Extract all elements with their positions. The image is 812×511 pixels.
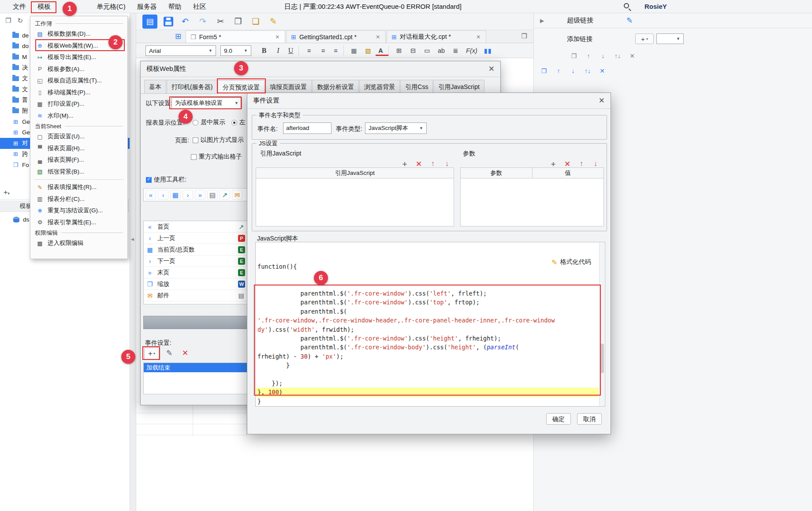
hyperlink-type-select[interactable]: ▼ <box>656 33 684 44</box>
template-icon[interactable]: ▤ <box>142 15 157 29</box>
event-type-select[interactable]: JavaScript脚本▼ <box>365 122 427 134</box>
toolbar-list-item[interactable]: «首页↗ <box>144 221 247 233</box>
bold-button[interactable]: B <box>257 45 271 56</box>
hyperlink-sort-button[interactable]: ↑↓ <box>612 51 623 61</box>
tab-1[interactable]: 基本 <box>144 80 166 93</box>
close-icon[interactable]: ✕ <box>488 64 495 74</box>
undo-icon[interactable]: ↶ <box>179 16 191 26</box>
collapse-panel-icon[interactable]: ▶ <box>540 18 544 24</box>
export-icon[interactable]: ↗ <box>237 223 245 230</box>
merge-cells-button[interactable]: ⊞ <box>392 45 406 56</box>
save-icon[interactable] <box>164 17 173 26</box>
menu-item-page-setup[interactable]: ▢页面设置(U)... <box>30 131 127 143</box>
tab-8[interactable]: 引用JavaScript <box>433 80 484 93</box>
document-tab-1[interactable]: ❒Form5 *✕ <box>186 30 285 43</box>
separator-band[interactable] <box>143 316 248 329</box>
menu-item-export[interactable]: ↦模板导出属性(E)... <box>30 52 127 63</box>
paste-icon[interactable]: ❏ <box>250 16 261 26</box>
cancel-button[interactable]: 取消 <box>577 413 602 425</box>
close-icon[interactable]: ✕ <box>599 96 605 105</box>
hyperlink-up-button[interactable]: ↑ <box>583 51 594 61</box>
position-left-radio[interactable]: 左 <box>231 117 247 128</box>
menu-item-header[interactable]: ▀报表页眉(H)... <box>30 143 127 155</box>
tab-5[interactable]: 数据分析设置 <box>312 80 359 93</box>
menu-item-background[interactable]: ▧纸张背景(B)... <box>30 166 127 178</box>
menubar-item-2[interactable]: 模板 <box>32 0 56 13</box>
border-button[interactable]: ▦ <box>347 45 361 56</box>
menu-item-freeze[interactable]: ❄重复与冻结设置(G)... <box>30 205 127 217</box>
edit-brush-icon[interactable]: ✎ <box>626 16 633 25</box>
log-status-text[interactable]: 日志 | 严重:00:22:43 AWT-EventQueue-0 ERROR … <box>284 0 462 13</box>
tab-close-icon[interactable]: ✕ <box>375 34 381 40</box>
hyperlink-delete-button[interactable]: ✕ <box>596 66 608 76</box>
tab-4[interactable]: 填报页面设置 <box>265 80 312 93</box>
toolbar-list-item[interactable]: ▦当前页/总页数E <box>144 244 247 256</box>
add-dataset-button[interactable]: +▾ <box>4 189 21 198</box>
search-icon[interactable] <box>624 3 629 8</box>
delete-event-icon[interactable]: ✕ <box>182 348 188 358</box>
wrap-text-button[interactable]: ≣ <box>449 45 462 56</box>
excel-icon[interactable]: E <box>238 269 245 276</box>
add-event-button[interactable]: +▾ <box>144 348 159 359</box>
scrollbar-thumb[interactable] <box>600 344 604 373</box>
parameters-table[interactable]: 参数 值 <box>460 167 604 226</box>
event-list-item[interactable]: 加载结束 <box>144 363 247 372</box>
unmerge-cells-button[interactable]: ⊟ <box>406 45 420 56</box>
hyperlink-up-button[interactable]: ↑ <box>553 66 564 76</box>
hyperlink-down-button[interactable]: ↓ <box>597 51 609 61</box>
setting-scope-select[interactable]: 为该模板单独设置▼ <box>171 97 242 109</box>
hyperlink-copy-button[interactable]: ❐ <box>568 51 580 61</box>
pages-icon[interactable]: ▦ <box>170 190 181 200</box>
menubar-item-4[interactable]: 服务器 <box>131 0 163 13</box>
dialog-titlebar[interactable]: 事件设置 ✕ <box>247 93 611 109</box>
formula-button[interactable]: F(x) <box>463 45 480 56</box>
event-name-input[interactable]: afterload <box>283 122 332 134</box>
toolbar-list-item[interactable]: ✉邮件▤ <box>144 290 247 301</box>
menu-item-adaptive[interactable]: ◱模板自适应属性(T)... <box>30 75 127 87</box>
user-account-button[interactable]: RosieY <box>644 0 667 13</box>
document-tab-3[interactable]: ⊞对话框最大化.cpt *✕ <box>387 30 486 43</box>
printer-icon[interactable]: ▤ <box>237 292 245 299</box>
export-icon[interactable]: ↗ <box>220 190 230 200</box>
menu-item-permission[interactable]: ▩进入权限编辑 <box>30 237 127 249</box>
toolbar-list-item[interactable]: »末页E <box>144 267 247 278</box>
insert-image-button[interactable]: ▭ <box>421 45 434 56</box>
chart-button[interactable]: ▮▮ <box>481 45 495 56</box>
toolbar-list-item[interactable]: ❒缩放W <box>144 278 247 290</box>
italic-button[interactable]: I <box>272 45 285 56</box>
menu-item-mobile[interactable]: ▯移动端属性(P)... <box>30 87 127 99</box>
menubar-item-6[interactable]: 社区 <box>187 0 212 13</box>
align-center-button[interactable]: ≡ <box>317 45 330 56</box>
tab-2[interactable]: 打印机(服务器) <box>167 80 217 93</box>
menu-item-print[interactable]: ▦打印设置(P)... <box>30 98 127 110</box>
position-center-radio[interactable]: 居中展示 <box>193 117 225 128</box>
font-size-select[interactable]: 9.0▼ <box>220 45 251 56</box>
toolbar-list-item[interactable]: ‹上一页P <box>144 233 247 244</box>
pdf-icon[interactable]: P <box>238 235 245 242</box>
tab-close-icon[interactable]: ✕ <box>475 34 481 40</box>
format-painter-icon[interactable]: ✎ <box>268 16 279 26</box>
align-right-button[interactable]: ≡ <box>331 45 344 56</box>
next-icon[interactable]: › <box>183 190 193 200</box>
hyperlink-delete-button[interactable]: ✕ <box>626 51 638 61</box>
tab-close-icon[interactable]: ✕ <box>274 34 280 40</box>
underline-button[interactable]: U <box>286 45 299 56</box>
show-as-image-checkbox[interactable]: 以图片方式显示 <box>193 134 244 146</box>
panel-splitter[interactable]: ◀ <box>130 13 136 511</box>
menu-item-footer[interactable]: ▄报表页脚(F)... <box>30 154 127 166</box>
use-toolbar-checkbox[interactable]: 使用工具栏: <box>146 174 186 185</box>
tab-6[interactable]: 浏览器背景 <box>359 80 400 93</box>
printer-icon[interactable]: ▤ <box>207 190 218 200</box>
refresh-icon[interactable]: ↻ <box>17 17 23 25</box>
edit-event-icon[interactable]: ✎ <box>166 348 172 358</box>
menu-item-columns[interactable]: ▥报表分栏(C)... <box>30 193 127 205</box>
word-icon[interactable]: W <box>238 281 245 288</box>
mail-icon[interactable]: ✉ <box>232 190 242 200</box>
dialog-titlebar[interactable]: 模板Web属性 ✕ <box>141 61 500 77</box>
new-template-icon[interactable]: ⊞ <box>175 32 181 41</box>
prev-icon[interactable]: ‹ <box>158 190 168 200</box>
hyperlink-sort-button[interactable]: ↑↓ <box>582 66 593 76</box>
output-cells-checkbox[interactable]: 重方式输出格子 <box>191 151 242 163</box>
cut-icon[interactable]: ✂ <box>215 16 226 26</box>
menu-item-watermark[interactable]: ≋水印(M)... <box>30 110 127 122</box>
